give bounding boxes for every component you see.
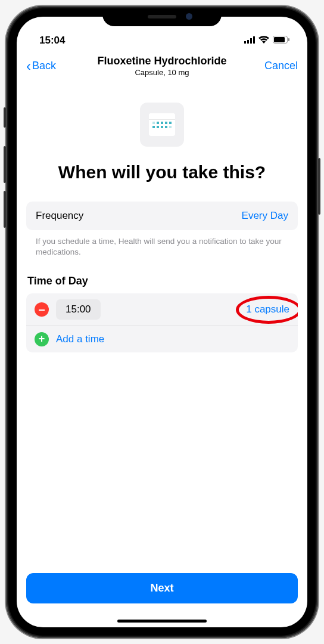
back-button[interactable]: ‹ Back — [26, 59, 74, 73]
header-icon-container — [26, 103, 298, 147]
status-icons — [244, 35, 289, 47]
svg-rect-5 — [274, 37, 285, 42]
volume-up-button — [4, 146, 6, 183]
volume-down-button — [4, 191, 6, 228]
frequency-label: Frequency — [36, 210, 83, 222]
silence-switch — [4, 107, 6, 128]
cancel-button[interactable]: Cancel — [250, 60, 298, 72]
dose-amount-button[interactable]: 1 capsule — [246, 304, 289, 315]
frequency-row[interactable]: Frequency Every Day — [26, 202, 298, 230]
time-row: 15:00 1 capsule — [26, 293, 298, 326]
nav-title-container: Fluoxetine Hydrochloride Capsule, 10 mg — [74, 55, 250, 77]
svg-rect-1 — [247, 40, 249, 44]
hint-text: If you schedule a time, Health will send… — [26, 230, 298, 259]
add-time-button[interactable] — [35, 332, 49, 346]
speaker — [148, 15, 176, 18]
phone-bezel: 15:04 ‹ Back — [8, 8, 316, 636]
next-button[interactable]: Next — [26, 573, 298, 603]
remove-time-button[interactable] — [35, 302, 49, 317]
chevron-left-icon: ‹ — [26, 59, 31, 73]
front-camera — [186, 13, 192, 20]
screen: 15:04 ‹ Back — [17, 17, 307, 627]
nav-bar: ‹ Back Fluoxetine Hydrochloride Capsule,… — [17, 49, 307, 82]
page-title: Fluoxetine Hydrochloride — [97, 55, 226, 67]
page-subtitle: Capsule, 10 mg — [135, 68, 189, 77]
home-indicator[interactable] — [117, 620, 207, 623]
add-time-row[interactable]: Add a time — [26, 326, 298, 352]
svg-rect-6 — [288, 38, 289, 41]
cellular-icon — [244, 35, 255, 47]
wifi-icon — [258, 35, 269, 47]
time-picker[interactable]: 15:00 — [56, 299, 101, 320]
calendar-icon — [140, 103, 184, 147]
dose-amount-label: 1 capsule — [246, 304, 289, 315]
phone-frame: 15:04 ‹ Back — [6, 6, 318, 638]
notch — [102, 8, 222, 26]
content-area: When will you take this? Frequency Every… — [17, 82, 307, 627]
battery-icon — [273, 35, 289, 47]
frequency-value: Every Day — [242, 210, 288, 222]
back-label: Back — [32, 60, 56, 72]
add-time-label: Add a time — [56, 333, 104, 345]
svg-rect-2 — [250, 38, 252, 44]
time-of-day-label: Time of Day — [26, 275, 298, 287]
svg-rect-0 — [244, 41, 246, 44]
svg-rect-3 — [253, 36, 255, 44]
status-time: 15:04 — [35, 35, 65, 47]
power-button — [318, 158, 320, 215]
heading: When will you take this? — [26, 161, 298, 184]
times-container: 15:00 1 capsule Add a time — [26, 293, 298, 352]
